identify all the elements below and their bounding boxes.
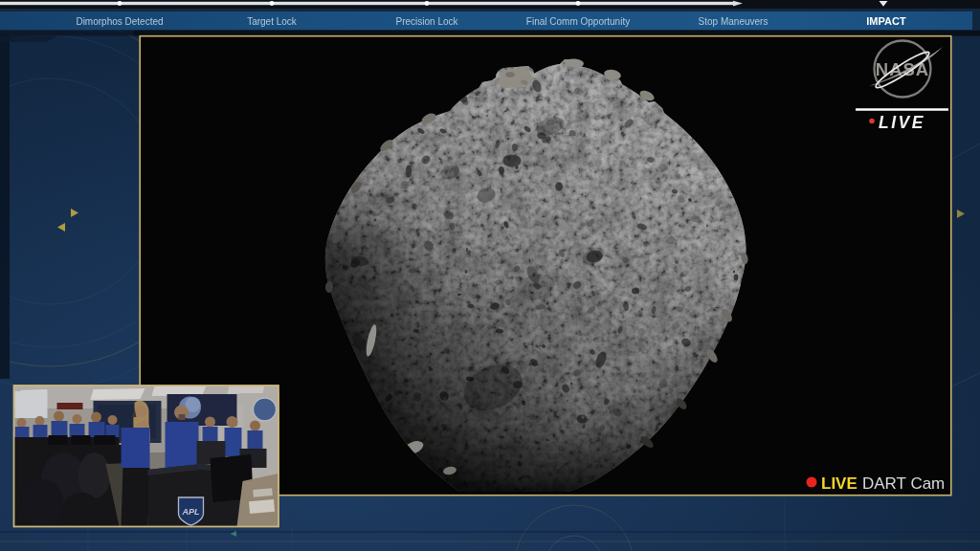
svg-text:Final Comm Opportunity: Final Comm Opportunity — [526, 16, 630, 27]
svg-text:Dimorphos Detected: Dimorphos Detected — [76, 16, 163, 27]
svg-text:DART Cam: DART Cam — [862, 474, 945, 493]
svg-text:Stop Maneuvers: Stop Maneuvers — [699, 16, 768, 27]
svg-text:Target Lock: Target Lock — [247, 16, 298, 27]
svg-text:LIVE: LIVE — [821, 474, 858, 493]
svg-text:IMPACT: IMPACT — [866, 15, 906, 27]
svg-text:LIVE: LIVE — [879, 113, 925, 132]
svg-text:Precision Lock: Precision Lock — [395, 16, 458, 27]
